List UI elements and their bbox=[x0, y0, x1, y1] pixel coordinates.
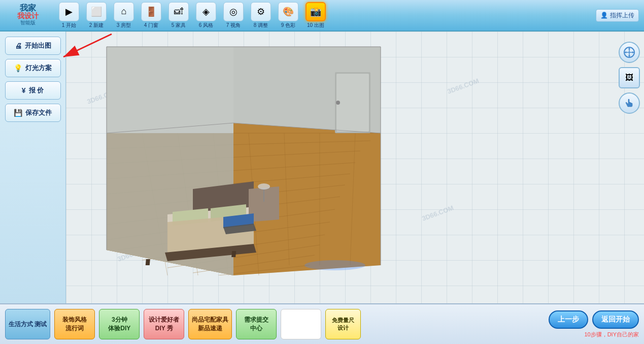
sidebar-icon-3: 💾 bbox=[14, 109, 22, 117]
toolbar-item-1[interactable]: ▶1 开始 bbox=[56, 1, 82, 30]
sidebar-icon-0: 🖨 bbox=[15, 42, 22, 50]
view-control-button[interactable] bbox=[619, 42, 640, 63]
toolbar-item-9[interactable]: 🎨9 色彩 bbox=[275, 1, 301, 30]
tab-furniture[interactable]: 尚品宅配家具新品速递 bbox=[188, 309, 232, 339]
main-area: 🖨开始出图💡灯光方案¥报 价💾保存文件 3D66.COM 3D66.COM 3D… bbox=[0, 32, 644, 303]
toolbar-item-7[interactable]: ◎7 视角 bbox=[220, 1, 247, 30]
toolbar-item-8[interactable]: ⚙8 调整 bbox=[248, 1, 274, 30]
logo-version: 智能版 bbox=[20, 19, 36, 26]
svg-rect-45 bbox=[231, 251, 236, 257]
sidebar-btn-3[interactable]: 💾保存文件 bbox=[5, 104, 61, 122]
toolbar-icon-9: 🎨 bbox=[278, 2, 298, 21]
sidebar-label-1: 灯光方案 bbox=[25, 64, 52, 73]
sidebar-btn-1[interactable]: 💡灯光方案 bbox=[5, 59, 61, 77]
sidebar-label-0: 开始出图 bbox=[25, 41, 51, 50]
canvas-area[interactable]: 3D66.COM 3D66.COM 3D66.COM 3D66.COM 3D66… bbox=[66, 32, 644, 303]
tab-diy-3min[interactable]: 3分钟体验DIY bbox=[99, 309, 140, 339]
bottom-right: 上一步 返回开始 10步骤，DIY自己的家 bbox=[549, 310, 639, 338]
svg-point-48 bbox=[258, 183, 270, 190]
toolbar-item-5[interactable]: 🛋5 家具 bbox=[165, 1, 192, 30]
toolbar-icon-5: 🛋 bbox=[168, 2, 189, 21]
upload-button[interactable]: 👤 指挥上传 bbox=[596, 9, 639, 22]
sidebar-btn-2[interactable]: ¥报 价 bbox=[5, 81, 61, 100]
toolbar-label-6: 6 风格 bbox=[199, 22, 213, 29]
sidebar-label-2: 报 价 bbox=[29, 86, 44, 95]
toolbar-label-10: 10 出图 bbox=[307, 22, 324, 29]
bottom-hint: 10步骤，DIY自己的家 bbox=[584, 331, 639, 338]
toolbar-item-2[interactable]: ⬜2 新建 bbox=[83, 1, 110, 30]
logo: 我家 我设计 智能版 bbox=[0, 1, 56, 30]
header: 我家 我设计 智能版 ▶1 开始⬜2 新建⌂3 房型🚪4 门窗🛋5 家具◈6 风… bbox=[0, 0, 644, 32]
prev-button[interactable]: 上一步 bbox=[549, 310, 588, 329]
logo-title: 我家 bbox=[20, 4, 36, 12]
tab-decor-style[interactable]: 装饰风格流行词 bbox=[54, 309, 95, 339]
toolbar-item-3[interactable]: ⌂3 房型 bbox=[111, 1, 137, 30]
toolbar-label-2: 2 新建 bbox=[89, 22, 104, 29]
toolbar-icon-1: ▶ bbox=[59, 2, 79, 21]
toolbar-label-7: 7 视角 bbox=[226, 22, 241, 29]
sidebar-btn-0[interactable]: 🖨开始出图 bbox=[5, 37, 61, 55]
svg-point-51 bbox=[304, 260, 365, 270]
toolbar-icon-10: 📸 bbox=[306, 2, 326, 21]
toolbar-label-3: 3 房型 bbox=[117, 22, 131, 29]
toolbar-label-4: 4 门窗 bbox=[144, 22, 158, 29]
upload-label: 指挥上传 bbox=[610, 11, 634, 20]
toolbar: ▶1 开始⬜2 新建⌂3 房型🚪4 门窗🛋5 家具◈6 风格◎7 视角⚙8 调整… bbox=[56, 1, 596, 30]
toolbar-icon-7: ◎ bbox=[223, 2, 244, 21]
toolbar-item-10[interactable]: 📸10 出图 bbox=[302, 1, 329, 30]
photo-button[interactable]: 🖼 bbox=[619, 67, 640, 88]
toolbar-label-5: 5 家具 bbox=[172, 22, 186, 29]
toolbar-item-4[interactable]: 🚪4 门窗 bbox=[138, 1, 164, 30]
tab-designer-diy[interactable]: 设计爱好者DIY 秀 bbox=[144, 309, 184, 339]
right-controls: 🖼 bbox=[619, 42, 640, 114]
toolbar-icon-3: ⌂ bbox=[114, 2, 134, 21]
toolbar-icon-6: ◈ bbox=[196, 2, 216, 21]
nav-buttons: 上一步 返回开始 bbox=[549, 310, 639, 329]
sidebar-icon-2: ¥ bbox=[22, 86, 26, 95]
tab-lifestyle[interactable]: 生活方式 测试 bbox=[5, 309, 50, 339]
tab-measure[interactable]: 免费量尺设计 bbox=[325, 309, 361, 339]
logo-subtitle: 我设计 bbox=[17, 12, 39, 19]
sidebar: 🖨开始出图💡灯光方案¥报 价💾保存文件 bbox=[0, 32, 66, 303]
tab-empty[interactable] bbox=[281, 309, 321, 339]
toolbar-item-6[interactable]: ◈6 风格 bbox=[193, 1, 219, 30]
toolbar-icon-4: 🚪 bbox=[141, 2, 161, 21]
svg-rect-31 bbox=[336, 74, 369, 132]
sidebar-label-3: 保存文件 bbox=[25, 108, 52, 117]
upload-icon: 👤 bbox=[600, 12, 608, 19]
svg-point-32 bbox=[336, 101, 340, 105]
toolbar-label-9: 9 色彩 bbox=[281, 22, 295, 29]
photo-icon: 🖼 bbox=[625, 73, 633, 82]
toolbar-label-1: 1 开始 bbox=[62, 22, 76, 29]
room-scene bbox=[66, 32, 421, 275]
tab-demand[interactable]: 需求提交中心 bbox=[236, 309, 277, 339]
toolbar-icon-8: ⚙ bbox=[251, 2, 271, 21]
sidebar-icon-1: 💡 bbox=[14, 64, 22, 72]
hand-tool-button[interactable] bbox=[619, 92, 640, 114]
restart-button[interactable]: 返回开始 bbox=[592, 310, 639, 329]
toolbar-label-8: 8 调整 bbox=[254, 22, 268, 29]
svg-rect-29 bbox=[107, 47, 233, 133]
bottom-bar: 生活方式 测试 装饰风格流行词 3分钟体验DIY 设计爱好者DIY 秀 尚品宅配… bbox=[0, 303, 644, 344]
svg-rect-44 bbox=[146, 259, 150, 265]
toolbar-icon-2: ⬜ bbox=[86, 2, 107, 21]
